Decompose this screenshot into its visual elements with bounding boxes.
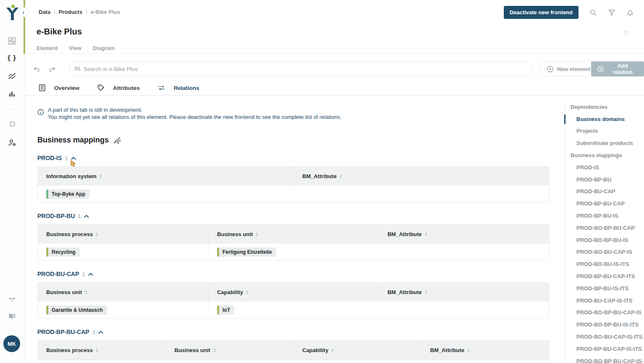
undo-icon[interactable] <box>33 66 40 73</box>
sort-icon <box>95 232 99 237</box>
breadcrumb-separator: / <box>86 9 87 15</box>
bell-icon[interactable] <box>626 9 634 16</box>
user-admin-icon[interactable] <box>0 139 24 147</box>
nav-item[interactable]: PROD-BO-BP-BU-IS <box>564 237 628 243</box>
nav-item[interactable]: PROD-BO-BU-CAP-IS <box>564 249 632 255</box>
column-header[interactable]: Business process <box>38 341 166 360</box>
nav-item[interactable]: PROD-BP-BU <box>564 176 611 183</box>
redo-icon[interactable] <box>49 66 56 73</box>
nav-item[interactable]: PROD-BP-BU-CAP-ITS <box>564 273 635 279</box>
avatar-initials: MK <box>8 341 16 347</box>
column-header[interactable]: BM_Attribute <box>379 225 549 244</box>
nav-item[interactable]: PROD-BP-BU-IS <box>564 213 618 219</box>
deactivate-frontend-button[interactable]: Deactivate new frontend <box>504 6 579 19</box>
split-icon[interactable] <box>0 296 24 304</box>
breadcrumb-data[interactable]: Data <box>39 9 50 15</box>
sidebar-expand-button[interactable]: › <box>18 7 29 17</box>
sort-icon <box>424 232 428 237</box>
element-chip[interactable]: Fertigung Einzelteile <box>217 247 276 257</box>
tab-overview[interactable]: Overview <box>34 80 93 97</box>
business-mappings-heading: Business mappings <box>37 136 109 145</box>
table-prod-bp-bu: Business process Business unit BM_Attrib… <box>37 224 550 260</box>
collapse-chevron-icon[interactable] <box>71 156 76 160</box>
app-logo-icon[interactable] <box>4 3 21 22</box>
column-header[interactable]: Information system <box>38 167 293 186</box>
element-chip[interactable]: Recycling <box>46 247 80 257</box>
nav-item[interactable]: PROD-BO-BU-CAP-IS-ITS <box>564 334 642 340</box>
new-element-button[interactable]: New element <box>540 61 597 76</box>
table-prod-bu-cap: Business unit Capability BM_Attribute Ga… <box>37 282 550 318</box>
sort-icon <box>95 348 99 352</box>
menu-view[interactable]: View <box>69 45 81 51</box>
library-icon[interactable] <box>0 312 24 321</box>
nav-item[interactable]: PROD-IS <box>564 164 599 171</box>
column-header[interactable]: BM_Attribute <box>379 283 549 302</box>
add-relation-button[interactable]: Add relation <box>591 61 644 76</box>
plus-circle-icon <box>547 66 554 73</box>
element-chip[interactable]: Garantie & Umtausch <box>46 305 107 315</box>
column-header[interactable]: Business unit <box>166 341 294 360</box>
sort-icon <box>467 348 470 352</box>
reports-icon[interactable] <box>0 72 24 80</box>
anchor-nav: Dependencies Business domains Projects S… <box>564 101 644 363</box>
nav-item-projects[interactable]: Projects <box>564 128 598 134</box>
column-header[interactable]: Business unit <box>208 225 379 244</box>
tab-relations[interactable]: Relations <box>153 80 213 97</box>
nav-item[interactable]: PROD-BO-BP-BU-IS-ITS <box>564 321 639 328</box>
molecule-graph-icon[interactable] <box>113 136 121 145</box>
breadcrumb-products[interactable]: Products <box>59 9 82 15</box>
nav-item[interactable]: PROD-BP-BU-CAP <box>564 200 625 207</box>
nav-item[interactable]: PROD-BU-CAP-IS-ITS <box>564 297 633 304</box>
dashboard-icon[interactable] <box>0 37 24 45</box>
nav-section-business-mappings: Business mappings <box>564 152 622 158</box>
element-search-box <box>69 62 532 76</box>
bar-chart-icon[interactable] <box>0 90 24 98</box>
menu-diagram[interactable]: Diagram <box>93 45 115 51</box>
search-icon[interactable] <box>589 9 597 16</box>
section-header-prod-bp-bu-cap: PROD-BP-BU-CAP 2 <box>37 329 564 335</box>
nav-item[interactable]: PROD-BU-CAP <box>564 188 615 195</box>
column-header[interactable]: Business process <box>38 225 208 244</box>
sort-icon <box>99 174 102 179</box>
relations-content: A part of this tab is still in developme… <box>25 96 564 363</box>
nav-item[interactable]: PROD-BO-BP-BU-CAP-IS <box>564 309 641 316</box>
column-header[interactable]: Capability <box>208 283 379 302</box>
favorite-star-icon[interactable]: ☆ <box>623 28 630 37</box>
sort-icon <box>246 290 249 295</box>
user-avatar[interactable]: MK <box>3 335 20 352</box>
nav-item[interactable]: PROD-BO-BP-BU-CAP <box>564 225 635 231</box>
nav-item[interactable]: PROD-BP-BU-CAP-IS-ITS <box>564 346 642 352</box>
chip-color-bar <box>217 305 219 315</box>
section-link[interactable]: PROD-BU-CAP <box>37 271 79 277</box>
section-link[interactable]: PROD-IS <box>37 155 62 161</box>
chip-color-bar <box>46 247 48 257</box>
collapse-chevron-icon[interactable] <box>98 330 103 334</box>
nav-item-business-domains[interactable]: Business domains <box>564 116 625 122</box>
menu-element[interactable]: Element <box>37 45 58 51</box>
nav-item[interactable]: PROD-BO-BP-BU-CAP-IS- <box>564 358 644 363</box>
table-prod-bp-bu-cap: Business process Business unit Capabilit… <box>37 340 550 360</box>
sort-icon <box>213 348 216 352</box>
nav-item-subordinate-products[interactable]: Subordinate products <box>564 140 633 146</box>
puzzle-icon[interactable] <box>0 121 24 129</box>
collapse-chevron-icon[interactable] <box>88 272 93 276</box>
column-header[interactable]: Capability <box>293 341 421 360</box>
page-title: e-Bike Plus <box>37 27 82 37</box>
column-header[interactable]: BM_Attribute <box>293 167 549 186</box>
tab-attributes[interactable]: Attributes <box>93 80 153 97</box>
code-braces-icon[interactable]: { } <box>0 54 24 62</box>
column-header[interactable]: Business unit <box>38 283 208 302</box>
page-header: Data / Products / e-Bike Plus Deactivate… <box>25 0 644 54</box>
section-link[interactable]: PROD-BP-BU-CAP <box>37 329 89 335</box>
breadcrumb-separator: / <box>54 9 55 15</box>
section-link[interactable]: PROD-BP-BU <box>37 213 75 219</box>
nav-item[interactable]: PROD-BP-BU-IS-ITS <box>564 285 628 292</box>
collapse-chevron-icon[interactable] <box>84 214 89 218</box>
breadcrumb: Data / Products / e-Bike Plus <box>39 9 120 15</box>
element-chip[interactable]: IoT <box>217 305 234 315</box>
filter-icon[interactable] <box>608 9 615 16</box>
nav-item[interactable]: PROD-BO-BU-IS-ITS <box>564 261 629 267</box>
element-chip[interactable]: Top-Byke App <box>46 189 89 199</box>
column-header[interactable]: BM_Attribute <box>421 341 550 360</box>
search-input[interactable] <box>84 66 527 72</box>
